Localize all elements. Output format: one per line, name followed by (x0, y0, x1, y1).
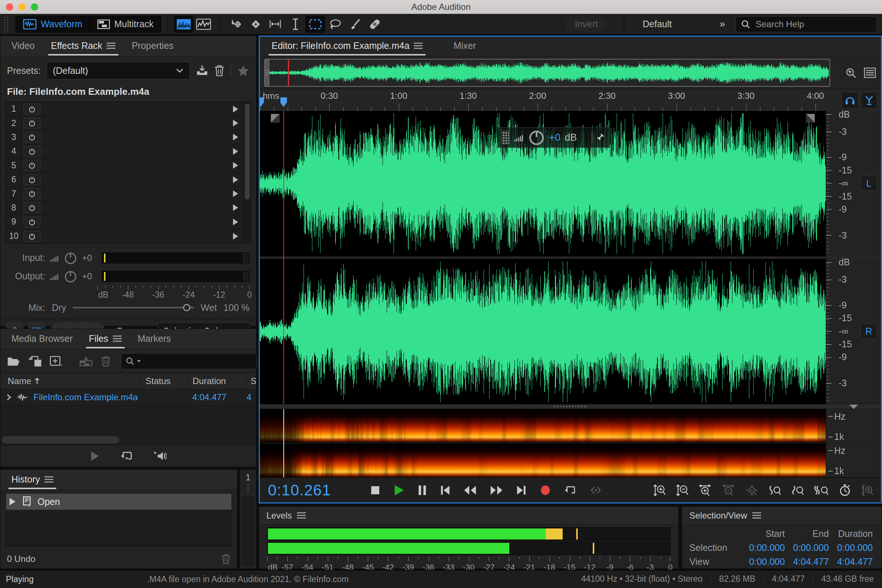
zoom-to-out-point-button[interactable] (791, 484, 804, 496)
levels-title[interactable]: Levels (266, 510, 292, 521)
loop-playback-icon[interactable] (120, 450, 133, 462)
mix-slider[interactable] (73, 307, 194, 308)
record-button[interactable] (540, 485, 551, 496)
effect-slot-arrow-icon[interactable] (233, 162, 238, 169)
effect-power-icon[interactable] (24, 231, 40, 242)
effect-slot-row[interactable]: 7 (6, 187, 243, 201)
output-gain-knob[interactable] (64, 269, 78, 284)
zoom-navigate-icon[interactable] (845, 67, 857, 79)
headphones-monitor-button[interactable] (842, 92, 858, 108)
fast-forward-button[interactable] (490, 486, 503, 495)
effect-power-icon[interactable] (24, 174, 40, 185)
right-channel-button[interactable]: R (860, 324, 877, 339)
tab-media-browser[interactable]: Media Browser (3, 333, 81, 349)
effect-slot-row[interactable]: 8 (6, 201, 243, 215)
hud-volume-value[interactable]: +0 (549, 132, 560, 143)
skip-to-start-button[interactable] (440, 485, 450, 495)
tab-history[interactable]: History (3, 474, 62, 490)
move-tool[interactable] (226, 16, 246, 33)
help-search-box[interactable] (735, 16, 877, 32)
files-table-header[interactable]: Name Status Duration S (0, 373, 256, 389)
selection-end-value[interactable]: 0:00.000 (785, 542, 829, 553)
files-search-box[interactable] (121, 353, 257, 369)
zoom-amplitude-full-button[interactable] (861, 484, 873, 496)
effect-slot-arrow-icon[interactable] (233, 176, 238, 183)
files-search-input[interactable] (143, 357, 252, 366)
play-button[interactable] (394, 484, 405, 496)
mix-slider-handle[interactable] (183, 304, 190, 311)
new-file-icon[interactable] (50, 356, 63, 367)
waveform-mode-button[interactable]: Waveform (16, 16, 90, 32)
scroll-down-arrow-icon[interactable] (849, 405, 858, 409)
tab-mixer[interactable]: Mixer (446, 40, 484, 56)
view-end-value[interactable]: 4:04.477 (785, 556, 829, 567)
lasso-selection-tool[interactable] (325, 16, 345, 33)
selection-start-value[interactable]: 0:00.000 (741, 542, 785, 553)
timeline-ruler[interactable]: hms 0:301:001:302:002:303:003:304:00 (260, 89, 881, 111)
effect-slot-arrow-icon[interactable] (233, 204, 238, 211)
zoom-out-amplitude-button[interactable] (676, 484, 688, 496)
volume-hud[interactable]: +0 dB (498, 127, 610, 148)
waveform-view-toggle[interactable] (174, 16, 194, 33)
workspace-selector[interactable]: Default (643, 19, 672, 29)
right-channel-waveform[interactable] (260, 259, 826, 404)
channel-splitter[interactable] (260, 256, 826, 259)
loop-playback-button[interactable] (564, 485, 576, 496)
time-selection-tool[interactable] (285, 16, 305, 33)
spot-healing-brush-tool[interactable] (365, 16, 385, 33)
effect-slot-arrow-icon[interactable] (233, 148, 238, 155)
output-gain-value[interactable]: +0 (82, 271, 98, 282)
zoom-in-amplitude-button[interactable] (653, 484, 666, 496)
effect-power-icon[interactable] (24, 216, 40, 228)
effects-scrollbar[interactable] (243, 102, 250, 243)
help-search-input[interactable] (756, 19, 872, 29)
tab-editor[interactable]: Editor: FileInfo.com Example.m4a (264, 40, 431, 56)
spectrogram-display[interactable] (260, 409, 826, 477)
effect-slot-arrow-icon[interactable] (233, 233, 238, 240)
razor-tool[interactable] (246, 16, 266, 33)
auto-play-speaker-icon[interactable] (153, 450, 166, 462)
elapsed-time-stopwatch-button[interactable] (839, 484, 851, 496)
hud-pin-icon[interactable] (597, 133, 606, 142)
open-file-icon[interactable] (7, 356, 20, 366)
zoom-to-in-point-button[interactable] (768, 484, 781, 496)
effect-slot-row[interactable]: 4 (6, 144, 243, 158)
panel-menu-icon[interactable] (414, 43, 423, 49)
effect-slot-row[interactable]: 10 (6, 230, 243, 243)
effect-slot-row[interactable]: 2 (6, 116, 243, 130)
stop-button[interactable] (370, 485, 380, 495)
effect-power-icon[interactable] (24, 188, 40, 199)
waveform-display[interactable]: +0 dB (260, 111, 826, 404)
import-file-icon[interactable] (28, 356, 42, 367)
zoom-to-selection-button[interactable] (814, 484, 829, 496)
timecode-display[interactable]: 0:10.261 (260, 482, 370, 499)
fade-out-handle[interactable] (806, 114, 815, 123)
effect-slot-row[interactable]: 3 (6, 130, 243, 144)
clear-history-trash-icon[interactable] (222, 554, 230, 564)
preview-play-icon[interactable] (90, 450, 100, 462)
effect-slot-arrow-icon[interactable] (233, 134, 238, 140)
file-row[interactable]: FileInfo.com Example.m4a 4:04.477 4 (0, 389, 256, 405)
hud-drag-handle[interactable] (502, 130, 509, 144)
input-gain-knob[interactable] (64, 251, 78, 265)
overview-left-handle[interactable] (265, 60, 269, 86)
skip-to-end-button[interactable] (516, 485, 526, 495)
marquee-selection-tool[interactable] (305, 16, 325, 33)
tab-files[interactable]: Files (81, 333, 130, 349)
skip-selection-button[interactable] (589, 486, 602, 495)
effect-slot-arrow-icon[interactable] (233, 106, 238, 112)
multitrack-mode-button[interactable]: Multitrack (90, 16, 161, 32)
spectral-view-toggle[interactable] (194, 16, 213, 33)
invert-button[interactable]: Invert (565, 16, 608, 32)
panel-menu-icon[interactable] (113, 336, 122, 342)
waveform-spectrogram-divider[interactable] (260, 404, 881, 409)
insert-into-multitrack-icon[interactable] (79, 356, 93, 367)
files-list-body[interactable] (0, 405, 256, 446)
effect-power-icon[interactable] (24, 104, 40, 115)
history-item-open[interactable]: Open (6, 494, 231, 510)
effect-slot-arrow-icon[interactable] (233, 120, 238, 126)
effect-slot-row[interactable]: 9 (6, 215, 243, 229)
save-preset-icon[interactable] (196, 64, 208, 76)
tab-effects-rack[interactable]: Effects Rack (43, 40, 124, 56)
editor-options-list-icon[interactable] (864, 67, 876, 79)
